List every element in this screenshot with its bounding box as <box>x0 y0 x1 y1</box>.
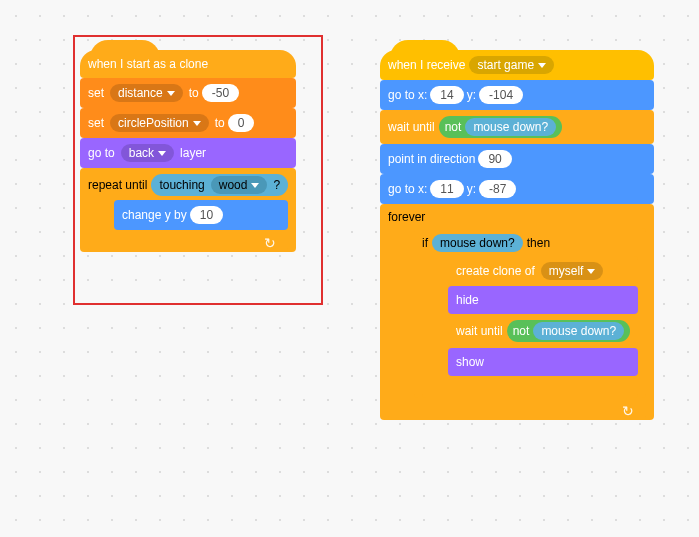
loop-arrow-icon: ↻ <box>622 403 634 419</box>
mouse-down-reporter[interactable]: mouse down? <box>465 118 556 136</box>
label: change y by <box>122 208 187 222</box>
label: repeat until <box>88 178 147 192</box>
touching-dropdown[interactable]: wood <box>211 176 268 194</box>
hide-block[interactable]: hide <box>448 286 638 314</box>
x-input[interactable]: 14 <box>430 86 463 104</box>
label: go to x: <box>388 182 427 196</box>
chevron-down-icon <box>538 63 546 68</box>
label: if <box>422 236 428 250</box>
label: show <box>456 355 484 369</box>
opt: myself <box>549 264 584 278</box>
script-right[interactable]: when I receive start game go to x: 14 y:… <box>380 50 654 420</box>
hat-start-clone[interactable]: when I start as a clone <box>80 50 296 78</box>
not-operator[interactable]: not mouse down? <box>507 320 630 342</box>
c-bottom: ↻ <box>388 402 646 420</box>
label: touching <box>159 178 204 192</box>
opt: back <box>129 146 154 160</box>
goto-xy-2[interactable]: go to x: 11 y: -87 <box>380 174 654 204</box>
chevron-down-icon <box>193 121 201 126</box>
change-y-block[interactable]: change y by 10 <box>114 200 288 230</box>
create-clone-block[interactable]: create clone of myself <box>448 256 638 286</box>
label: point in direction <box>388 152 475 166</box>
label: then <box>527 236 550 250</box>
set-distance-block[interactable]: set distance to -50 <box>80 78 296 108</box>
var-dropdown[interactable]: distance <box>110 84 183 102</box>
c-bottom <box>422 380 638 398</box>
label: y: <box>467 88 476 102</box>
chevron-down-icon <box>587 269 595 274</box>
label: mouse down? <box>440 236 515 250</box>
dir-input[interactable]: 90 <box>478 150 511 168</box>
x-input[interactable]: 11 <box>430 180 463 198</box>
label: mouse down? <box>541 324 616 338</box>
not-operator[interactable]: not mouse down? <box>439 116 562 138</box>
label: wait until <box>388 120 435 134</box>
label: y: <box>467 182 476 196</box>
num-input[interactable]: 10 <box>190 206 223 224</box>
wait-until-1[interactable]: wait until not mouse down? <box>380 110 654 144</box>
label: not <box>513 324 530 338</box>
goto-layer-block[interactable]: go to back layer <box>80 138 296 168</box>
repeat-until-block[interactable]: repeat until touching wood ? change y by… <box>80 168 296 252</box>
hat-receive[interactable]: when I receive start game <box>380 50 654 80</box>
goto-xy-1[interactable]: go to x: 14 y: -104 <box>380 80 654 110</box>
label: set <box>88 86 104 100</box>
label: forever <box>388 210 425 224</box>
y-input[interactable]: -104 <box>479 86 523 104</box>
y-input[interactable]: -87 <box>479 180 516 198</box>
c-bottom: ↻ <box>88 234 288 252</box>
label: layer <box>180 146 206 160</box>
hat-label: when I start as a clone <box>88 57 208 71</box>
label: go to x: <box>388 88 427 102</box>
num-input[interactable]: 0 <box>228 114 255 132</box>
chevron-down-icon <box>158 151 166 156</box>
label: mouse down? <box>473 120 548 134</box>
mouse-down-reporter[interactable]: mouse down? <box>432 234 523 252</box>
loop-arrow-icon: ↻ <box>264 235 276 251</box>
mouse-down-reporter[interactable]: mouse down? <box>533 322 624 340</box>
script-left[interactable]: when I start as a clone set distance to … <box>80 50 296 252</box>
label: wait until <box>456 324 503 338</box>
label: to <box>189 86 199 100</box>
forever-block[interactable]: forever if mouse down? then create clone… <box>380 204 654 420</box>
chevron-down-icon <box>251 183 259 188</box>
opt: wood <box>219 178 248 192</box>
clone-dropdown[interactable]: myself <box>541 262 604 280</box>
label: to <box>215 116 225 130</box>
label: when I receive <box>388 58 465 72</box>
opt: start game <box>477 58 534 72</box>
label: hide <box>456 293 479 307</box>
label: ? <box>273 178 280 192</box>
set-circleposition-block[interactable]: set circlePosition to 0 <box>80 108 296 138</box>
message-dropdown[interactable]: start game <box>469 56 554 74</box>
if-block[interactable]: if mouse down? then create clone of myse… <box>414 228 646 398</box>
wait-until-2[interactable]: wait until not mouse down? <box>448 314 638 348</box>
point-direction[interactable]: point in direction 90 <box>380 144 654 174</box>
touching-reporter[interactable]: touching wood ? <box>151 174 288 196</box>
label: go to <box>88 146 115 160</box>
var-name: circlePosition <box>118 116 189 130</box>
label: not <box>445 120 462 134</box>
var-dropdown[interactable]: circlePosition <box>110 114 209 132</box>
label: set <box>88 116 104 130</box>
layer-dropdown[interactable]: back <box>121 144 174 162</box>
var-name: distance <box>118 86 163 100</box>
chevron-down-icon <box>167 91 175 96</box>
label: create clone of <box>456 264 535 278</box>
num-input[interactable]: -50 <box>202 84 239 102</box>
show-block[interactable]: show <box>448 348 638 376</box>
